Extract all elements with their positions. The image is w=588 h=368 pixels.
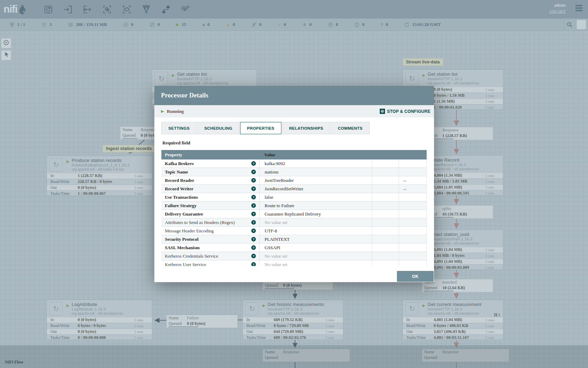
processor-logattribute[interactable]: ↻▶ LogAttributeLogAttribute 1.16.3org.ap… [47,300,152,340]
stat-value: 1 / 00:00:00.067 [78,191,134,196]
label-icon[interactable] [181,5,190,14]
template-icon[interactable] [161,5,171,14]
property-value[interactable]: No value set [259,260,372,266]
global-menu-icon[interactable] [575,5,582,12]
property-name: SASL Mechanism [165,245,251,251]
breadcrumb[interactable]: NiFi Flow [5,360,23,365]
property-value[interactable]: Route to Failure [259,202,372,210]
help-icon[interactable]: ? [251,178,256,183]
stat-label: In [47,173,78,178]
help-icon[interactable]: ? [251,229,256,233]
help-icon[interactable]: ? [251,212,256,216]
stat-value: 0 (0 bytes) [434,87,485,92]
connection-label-failure[interactable]: NameFailure Queued0 (0 bytes) [166,315,238,328]
running-icon: ▶ [176,22,179,27]
property-row: Failure Strategy? Route to Failure [161,202,426,210]
stat-window: 5 min [485,88,503,92]
tab-comments[interactable]: COMMENTS [331,122,370,134]
tab-relationships[interactable]: RELATIONSHIPS [282,122,330,134]
property-value[interactable]: GSSAPI [259,244,372,252]
running-icon: ▶ [262,304,265,307]
property-value[interactable]: JsonTreeReader [259,176,372,184]
help-icon[interactable]: ? [251,237,256,241]
stat-label: Read/Write [243,323,274,328]
help-icon[interactable]: ? [251,203,256,208]
processor-get-historic-measurements[interactable]: ↻▶ Get historic measurementsInvokeHTTP 1… [243,300,343,340]
property-value[interactable]: No value set [259,252,372,260]
processor-icon[interactable] [43,5,53,14]
property-name: Use Transactions [165,195,251,200]
property-row: Record Reader? JsonTreeReader → [161,176,426,185]
processor-produce-station-records[interactable]: ↻▶ Produce station recordsPublishKafkaRe… [47,156,152,196]
property-name: Topic Name [165,169,251,175]
ok-button[interactable]: OK [397,271,434,282]
processor-name: Get station list [177,71,229,77]
processor-name: Produce station records [72,158,130,163]
property-value[interactable]: No value set [259,218,372,226]
go-to-service-icon[interactable]: → [402,186,407,192]
tab-settings[interactable]: SETTINGS [161,122,197,134]
tab-scheduling[interactable]: SCHEDULING [197,122,239,134]
stat-label: Read/Write [403,323,434,328]
tab-properties[interactable]: PROPERTIES [240,122,281,134]
property-value[interactable]: JsonRecordSetWriter [259,185,372,193]
canvas-label-ingest[interactable]: Ingest station records [103,145,155,152]
funnel-icon[interactable] [141,5,151,14]
stale-up-arrow-icon [328,22,333,27]
help-icon[interactable]: ? [251,161,256,166]
app-header: nifi admin LOG OUT [0,0,588,19]
stat-value: 4,091 / 00:00:03.089 [434,265,485,270]
refresh-icon[interactable] [404,22,410,27]
stat-window: 5 min [485,259,503,264]
help-icon[interactable]: ? [251,262,256,266]
property-value[interactable]: kafka:9092 [259,159,372,168]
state-label: Running [167,109,183,114]
remote-process-group-icon[interactable] [122,5,132,14]
canvas-label-stream[interactable]: Stream live-data [402,58,443,66]
processor-bundle: org.apache.nifi - nifi-kafka-2-6-nar [72,168,130,172]
property-value[interactable]: Guarantee Replicated Delivery [259,210,372,218]
help-icon[interactable]: ? [251,220,256,225]
property-name: Kerberos Credentials Service [165,253,251,259]
property-value[interactable]: UTF-8 [259,227,372,235]
stop-and-configure-button[interactable]: STOP & CONFIGURE [380,109,430,114]
stat-window: 5 min [134,191,152,196]
stat-value: 689 / 00:02:02.576 [274,335,326,340]
property-row: Kafka Brokers? kafka:9092 [161,159,426,168]
output-port-icon[interactable] [83,5,92,14]
connection-label-response-left[interactable]: NameResponse Queued0 (0 bytes) [120,127,157,140]
nifi-logo-text: nifi [4,4,18,15]
go-to-service-icon[interactable]: → [402,178,407,183]
property-name: Delivery Guarantee [165,211,251,217]
operate-palette-button[interactable] [1,50,11,60]
property-name: Failure Strategy [165,203,251,209]
processor-name: Extract station_uuid [428,232,479,237]
help-icon[interactable]: ? [251,170,256,174]
property-value[interactable]: false [259,193,372,201]
input-port-icon[interactable] [63,5,73,14]
help-icon[interactable]: ? [251,186,256,191]
help-icon[interactable]: ? [251,245,256,250]
search-icon[interactable] [564,19,575,30]
property-row: Record Writer? JsonRecordSetWriter → [161,185,426,193]
birdseye-toggle-button[interactable] [576,20,586,29]
stat-window: 5 min [326,329,343,334]
processor-name: Get station list [428,71,479,77]
property-row: Message Header Encoding? UTF-8 [161,227,426,235]
stat-window: 5 min [485,265,503,270]
stat-label: Read/Write [47,179,78,184]
processor-type-icon: ↻ [49,158,63,171]
running-icon: ▶ [422,304,425,307]
navigate-palette-button[interactable] [1,38,11,48]
property-value[interactable]: stations [259,168,372,176]
stat-value: 0 bytes / 729.89 MB [274,323,326,328]
logout-link[interactable]: LOG OUT [550,9,566,13]
processor-get-current-measurement[interactable]: ↻▶ Get current measurementInvokeHTTP 1.1… [402,300,503,340]
help-icon[interactable]: ? [251,195,256,199]
processor-bundle: org.apache.nifi - nifi-standard-nar [428,81,479,86]
process-group-icon[interactable] [102,5,112,14]
property-value[interactable]: PLAINTEXT [259,235,372,243]
help-icon[interactable]: ? [251,254,256,258]
property-row: SASL Mechanism? GSSAPI [161,244,426,252]
stat-window: 5 min [134,318,152,322]
